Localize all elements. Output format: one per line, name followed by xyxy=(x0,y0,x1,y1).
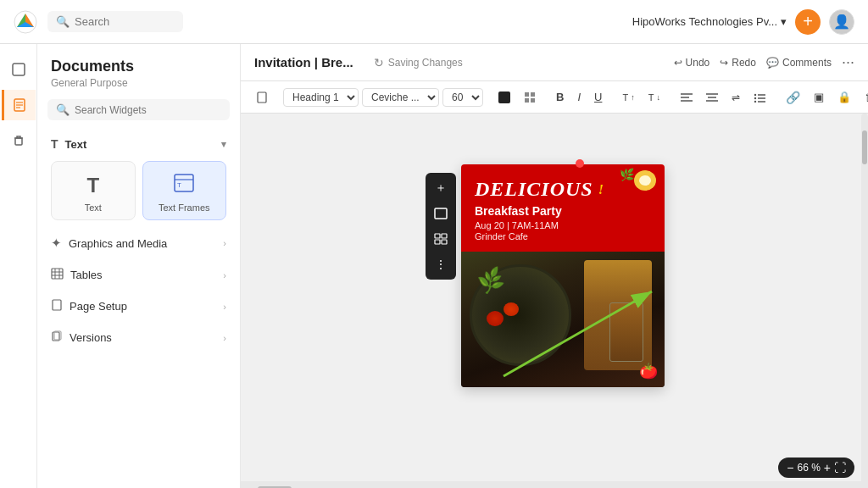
glass xyxy=(609,302,643,362)
zoom-in-btn[interactable]: + xyxy=(824,461,831,474)
sidebar-item-versions[interactable]: Versions › xyxy=(37,322,240,353)
design-canvas: ＋ ⋮ xyxy=(461,164,698,402)
format-toolbar: Heading 1 Ceviche ... 60 B I U T↑ T↓ xyxy=(241,81,868,114)
deco-tomato: 🍅 xyxy=(639,362,658,380)
text-color-btn[interactable] xyxy=(493,88,515,107)
search-input[interactable] xyxy=(75,15,168,28)
more-options-icon[interactable]: ··· xyxy=(842,53,854,71)
versions-label: Versions xyxy=(70,331,112,344)
tables-label: Tables xyxy=(70,269,103,281)
doc-toolbar: Invitation | Bre... ↻ Saving Changes ↩ U… xyxy=(241,44,868,81)
svg-point-43 xyxy=(639,175,651,186)
zoom-expand-icon[interactable]: ⛶ xyxy=(834,461,846,474)
page-btn[interactable] xyxy=(251,88,273,107)
widget-text-frames[interactable]: T Text Frames xyxy=(142,161,227,220)
float-more-btn[interactable]: ⋮ xyxy=(429,252,453,276)
italic-btn[interactable]: I xyxy=(572,87,586,107)
underline-btn[interactable]: U xyxy=(589,87,607,107)
comments-icon: 💬 xyxy=(766,57,779,69)
card-decoration-leaf: 🌿 xyxy=(620,168,634,181)
text-section: T Text ▾ T Text T Text Frames xyxy=(37,130,240,224)
zoom-out-btn[interactable]: − xyxy=(787,461,793,474)
undo-icon: ↩ xyxy=(674,57,682,69)
widget-search-input[interactable] xyxy=(75,104,221,116)
scroll-thumb xyxy=(862,130,867,164)
nav-docs[interactable] xyxy=(2,90,36,120)
pattern-btn[interactable] xyxy=(519,88,541,107)
sidebar-search-box[interactable]: 🔍 xyxy=(47,99,230,120)
zoom-percent: 66 % xyxy=(797,462,820,474)
text-section-header[interactable]: T Text ▾ xyxy=(47,130,230,158)
redo-button[interactable]: ↪ Redo xyxy=(720,57,756,69)
widget-text-label: Text xyxy=(85,202,102,213)
subscript-btn[interactable]: T↓ xyxy=(643,89,665,106)
text-widget-icon: T xyxy=(86,174,99,197)
avatar[interactable]: 👤 xyxy=(829,9,854,35)
card-line1: Aug 20 | 7AM-11AM xyxy=(475,220,651,230)
topbar-right: HipoWorks Technologies Pv... ▾ + 👤 xyxy=(632,9,854,35)
topbar: 🔍 HipoWorks Technologies Pv... ▾ + 👤 xyxy=(0,0,868,44)
widget-text-frames-label: Text Frames xyxy=(159,202,210,213)
card-subtitle: Breakfast Party xyxy=(475,204,651,218)
nav-pages[interactable] xyxy=(3,54,34,85)
sidebar-item-tables[interactable]: Tables › xyxy=(37,259,240,291)
heading-select[interactable]: Heading 1 xyxy=(283,88,359,107)
add-button[interactable]: + xyxy=(795,9,821,35)
search-icon: 🔍 xyxy=(56,15,70,28)
scroll-bar-horizontal[interactable] xyxy=(241,481,868,488)
card-delicious: DELICIOUS ! xyxy=(475,178,651,201)
delete-btn[interactable]: 🗑 xyxy=(860,87,868,107)
canvas-area[interactable]: ＋ ⋮ xyxy=(241,114,868,488)
bottom-bar: − 66 % + ⛶ xyxy=(778,458,854,478)
sidebar: Documents General Purpose 🔍 T Text ▾ T T… xyxy=(37,44,241,488)
bold-btn[interactable]: B xyxy=(551,87,569,107)
topbar-search-box[interactable]: 🔍 xyxy=(47,11,183,32)
font-select[interactable]: Ceviche ... xyxy=(362,88,439,107)
svg-rect-18 xyxy=(258,92,266,103)
svg-point-33 xyxy=(754,100,756,102)
float-grid-btn[interactable] xyxy=(429,227,453,251)
tables-icon xyxy=(51,268,64,282)
media-btn[interactable]: ▣ xyxy=(809,87,829,107)
lock-btn[interactable]: 🔒 xyxy=(832,87,856,107)
text-icon: T xyxy=(51,137,58,151)
comments-button[interactable]: 💬 Comments xyxy=(766,57,832,69)
sidebar-subtitle: General Purpose xyxy=(37,75,240,99)
list-btn[interactable] xyxy=(748,89,771,106)
svg-rect-10 xyxy=(52,269,63,279)
resize-handle-top[interactable] xyxy=(576,159,584,168)
widget-text[interactable]: T Text xyxy=(51,161,136,220)
color-swatch xyxy=(498,92,510,103)
svg-point-31 xyxy=(754,97,756,98)
invitation-card: 🌿 DELICIOUS ! Breakfast Party Aug 20 | 7… xyxy=(461,164,665,387)
scroll-bar-vertical[interactable] xyxy=(861,114,868,488)
text-dir-btn[interactable]: ⇌ xyxy=(726,88,745,107)
icon-nav xyxy=(0,44,37,488)
svg-rect-19 xyxy=(525,92,529,97)
tables-chevron-icon: › xyxy=(223,270,226,280)
svg-point-29 xyxy=(754,93,756,95)
svg-text:T: T xyxy=(177,181,181,189)
superscript-btn[interactable]: T↑ xyxy=(617,89,639,106)
svg-rect-6 xyxy=(15,138,22,145)
text-section-label: Text xyxy=(65,138,87,151)
align-center-btn[interactable] xyxy=(701,89,723,106)
size-select[interactable]: 60 xyxy=(442,88,483,107)
undo-button[interactable]: ↩ Undo xyxy=(674,57,710,69)
sidebar-title: Documents xyxy=(37,58,240,75)
link-btn[interactable]: 🔗 xyxy=(781,87,805,108)
align-left-btn[interactable] xyxy=(676,89,698,106)
nav-trash[interactable] xyxy=(3,125,34,156)
sidebar-item-graphics[interactable]: ✦ Graphics and Media › xyxy=(37,227,240,259)
float-frame-btn[interactable] xyxy=(429,202,453,225)
card-line2: Grinder Cafe xyxy=(475,231,651,241)
sidebar-item-page-setup[interactable]: Page Setup › xyxy=(37,291,240,322)
svg-rect-20 xyxy=(531,92,535,97)
float-add-btn[interactable]: ＋ xyxy=(429,176,453,200)
graphics-label: Graphics and Media xyxy=(69,237,167,250)
doc-status: ↻ Saving Changes xyxy=(374,56,463,69)
zoom-control: − 66 % + ⛶ xyxy=(778,458,854,478)
redo-icon: ↪ xyxy=(720,57,728,69)
saving-icon: ↻ xyxy=(374,56,384,69)
doc-toolbar-right: ↩ Undo ↪ Redo 💬 Comments ··· xyxy=(674,53,854,71)
